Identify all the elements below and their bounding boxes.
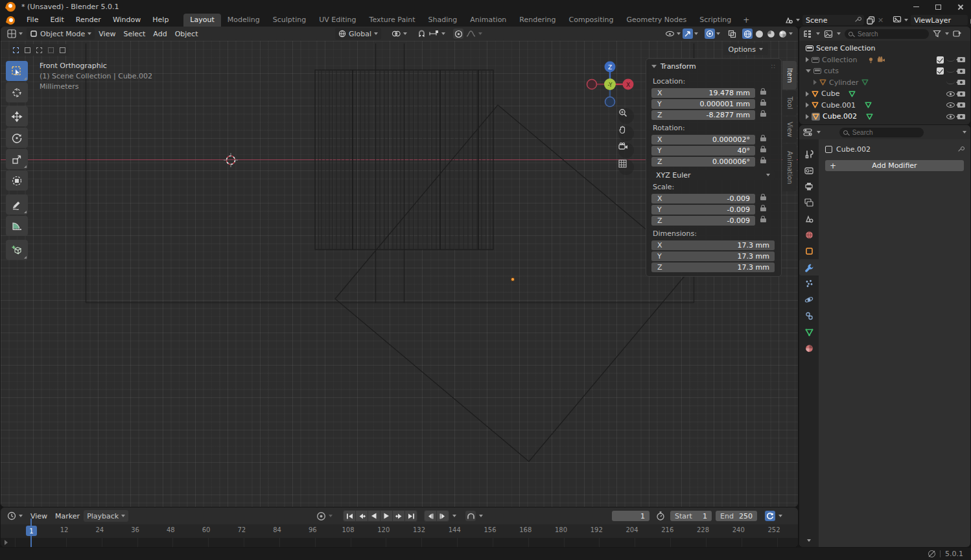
- outliner-row-cube[interactable]: Cube: [799, 88, 970, 100]
- timeline-editor-type-button[interactable]: [3, 510, 27, 522]
- scale-y-lock-icon[interactable]: [760, 204, 766, 213]
- minimize-button[interactable]: [905, 0, 927, 14]
- new-collection-icon[interactable]: [953, 30, 961, 38]
- disclosure-icon[interactable]: [813, 80, 817, 85]
- scale-x-lock-icon[interactable]: [760, 193, 766, 202]
- viewlayer-browse-chevron[interactable]: [904, 19, 908, 21]
- location-x-lock-icon[interactable]: [760, 88, 766, 97]
- sidebar-tab-tool[interactable]: Tool: [782, 91, 797, 115]
- jump-to-start-button[interactable]: [344, 511, 355, 521]
- tab-view-layer[interactable]: [799, 194, 819, 211]
- disable-render-icon[interactable]: [957, 57, 965, 62]
- shading-wireframe-toggle[interactable]: [742, 29, 753, 39]
- workspace-tab-layout[interactable]: Layout: [183, 14, 220, 27]
- dimensions-x-field[interactable]: X17.3 mm: [651, 240, 775, 250]
- rotation-z-field[interactable]: Z0.000006°: [651, 157, 755, 167]
- sync-playback-toggle[interactable]: [765, 511, 775, 521]
- disclosure-icon[interactable]: [806, 69, 811, 73]
- outliner-search[interactable]: [845, 29, 929, 39]
- dimensions-z-field[interactable]: Z17.3 mm: [651, 262, 775, 272]
- tool-transform[interactable]: [6, 170, 28, 191]
- current-frame-field[interactable]: 1: [612, 511, 649, 521]
- tool-rotate[interactable]: [6, 128, 28, 148]
- summary-expand-icon[interactable]: [5, 540, 8, 545]
- tab-material[interactable]: [799, 340, 819, 356]
- location-y-field[interactable]: Y0.000001 mm: [651, 99, 755, 109]
- next-keyframe-button[interactable]: [393, 511, 404, 521]
- proportional-editing-toggle[interactable]: [453, 29, 463, 39]
- tab-render[interactable]: [799, 162, 819, 178]
- scene-icon[interactable]: [784, 16, 793, 25]
- outliner-row-collection[interactable]: Collection: [799, 54, 970, 66]
- disable-render-icon[interactable]: [957, 80, 965, 85]
- snap-toggle[interactable]: [416, 29, 427, 39]
- navigation-gizmo[interactable]: Z X -Y: [587, 62, 634, 107]
- select-mode-set[interactable]: [10, 45, 21, 55]
- outliner-search-input[interactable]: [845, 29, 929, 39]
- keying-set-button[interactable]: [465, 511, 476, 521]
- add-workspace-button[interactable]: +: [738, 16, 755, 25]
- rotation-x-lock-icon[interactable]: [760, 134, 766, 143]
- maximize-button[interactable]: [927, 0, 949, 14]
- shading-solid-toggle[interactable]: [754, 29, 764, 39]
- workspace-tab-uv-editing[interactable]: UV Editing: [312, 14, 362, 27]
- gizmo-neg-x-axis[interactable]: [587, 80, 597, 89]
- close-button[interactable]: [949, 0, 971, 14]
- visibility-toggles-button[interactable]: [664, 28, 683, 40]
- scale-z-lock-icon[interactable]: [760, 215, 766, 224]
- rotation-mode-dropdown[interactable]: XYZ Euler: [651, 170, 775, 180]
- location-y-lock-icon[interactable]: [760, 99, 766, 108]
- properties-search[interactable]: [839, 128, 924, 137]
- outliner-row-cuts[interactable]: cuts: [799, 65, 970, 77]
- tab-output[interactable]: [799, 178, 819, 194]
- menu-render[interactable]: Render: [70, 14, 107, 27]
- keying-set-chevron[interactable]: [479, 515, 483, 517]
- viewport-menu-add[interactable]: Add: [149, 28, 170, 40]
- scale-z-field[interactable]: Z-0.009: [651, 216, 755, 226]
- viewport-menu-view[interactable]: View: [95, 28, 119, 40]
- pivot-point-button[interactable]: [388, 28, 411, 40]
- tool-measure[interactable]: [6, 216, 28, 236]
- viewlayer-icon[interactable]: [893, 16, 902, 25]
- properties-options-chevron[interactable]: [963, 131, 966, 134]
- scale-x-field[interactable]: X-0.009: [651, 194, 755, 204]
- select-mode-subtract[interactable]: [34, 45, 45, 55]
- tab-modifiers[interactable]: [799, 259, 819, 275]
- outliner-row-scene-collection[interactable]: Scene Collection: [799, 43, 970, 54]
- pin-icon[interactable]: [854, 17, 861, 23]
- jump-to-end-button[interactable]: [405, 511, 417, 521]
- gizmo-chevron[interactable]: [694, 32, 698, 35]
- viewport-menu-object[interactable]: Object: [171, 28, 202, 40]
- tool-scale[interactable]: [6, 149, 28, 169]
- outliner-row-cylinder[interactable]: Cylinder: [799, 77, 970, 89]
- show-gizmo-toggle[interactable]: [683, 29, 693, 39]
- disable-render-icon[interactable]: [957, 114, 965, 119]
- play-reverse-button[interactable]: [368, 511, 380, 521]
- outliner-row-cube-001[interactable]: Cube.001: [799, 100, 970, 111]
- options-button[interactable]: Options: [723, 43, 768, 55]
- menu-help[interactable]: Help: [146, 14, 174, 27]
- menu-window[interactable]: Window: [107, 14, 146, 27]
- hide-viewport-icon[interactable]: [946, 91, 955, 97]
- auto-keying-record-icon[interactable]: [316, 511, 326, 521]
- tab-physics[interactable]: [799, 292, 819, 308]
- menu-file[interactable]: File: [21, 14, 44, 27]
- shading-material-toggle[interactable]: [766, 29, 776, 39]
- add-modifier-button[interactable]: + Add Modifier: [825, 160, 964, 171]
- scene-name-field[interactable]: Scene: [802, 15, 864, 25]
- viewport-menu-select[interactable]: Select: [119, 28, 149, 40]
- editor-outliner-icon[interactable]: [803, 30, 812, 38]
- sync-chevron[interactable]: [778, 515, 782, 517]
- outliner-type-chevron[interactable]: [816, 32, 820, 35]
- proportional-falloff-button[interactable]: [463, 28, 485, 40]
- tab-object[interactable]: [799, 243, 819, 259]
- workspace-tab-compositing[interactable]: Compositing: [563, 14, 620, 27]
- shading-chevron[interactable]: [789, 32, 793, 35]
- timeline-menu-playback[interactable]: Playback: [84, 510, 128, 522]
- rotation-z-lock-icon[interactable]: [760, 156, 766, 165]
- workspace-tab-modeling[interactable]: Modeling: [221, 14, 266, 27]
- pan-button[interactable]: [618, 126, 634, 141]
- location-x-field[interactable]: X19.478 mm: [651, 88, 755, 98]
- disable-render-icon[interactable]: [957, 91, 965, 97]
- auto-keying-chevron[interactable]: [329, 515, 333, 517]
